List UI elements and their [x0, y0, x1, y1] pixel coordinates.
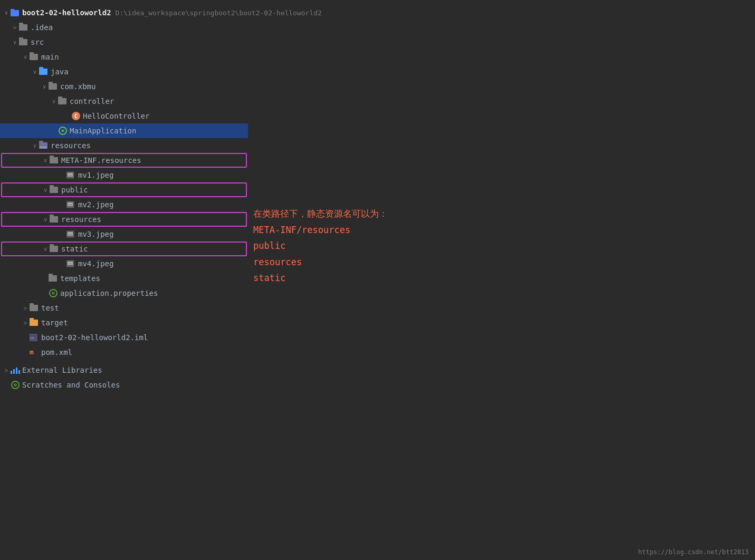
idea-label: .idea — [31, 23, 248, 32]
folder-icon-main — [30, 53, 39, 61]
folder-icon-idea — [19, 24, 28, 31]
scratches-icon — [11, 381, 20, 389]
tree-item-mv3[interactable]: JPG mv3.jpeg — [0, 227, 248, 242]
folder-icon-meta-inf — [50, 157, 59, 164]
svg-text:JPG: JPG — [68, 233, 72, 236]
folder-icon-controller — [58, 98, 68, 105]
folder-icon-static — [50, 245, 59, 253]
tree-item-hello-controller[interactable]: C HelloController — [0, 109, 248, 123]
svg-text:JPG: JPG — [68, 174, 72, 177]
arrow-static — [41, 246, 50, 253]
svg-text:IML: IML — [30, 336, 35, 340]
annotation-panel: 在类路径下，静态资源名可以为： META-INF/resources publi… — [253, 206, 388, 286]
arrow-ext-lib — [2, 367, 11, 374]
mv1-label: mv1.jpeg — [78, 171, 248, 179]
tree-item-app-props[interactable]: application.properties — [0, 286, 248, 301]
annotation-line5: static — [253, 270, 388, 286]
iml-label: boot2-02-helloworld2.iml — [41, 333, 248, 342]
tree-item-idea[interactable]: .idea — [0, 20, 248, 35]
tree-item-mv2[interactable]: JPG mv2.jpeg — [0, 197, 248, 212]
tree-item-static[interactable]: static — [1, 242, 247, 256]
root-label: boot2-02-helloworld2 — [22, 8, 111, 17]
tree-item-controller[interactable]: controller — [0, 94, 248, 109]
tree-item-pom[interactable]: m pom.xml — [0, 345, 248, 360]
xml-icon: m — [30, 349, 39, 356]
tree-item-public[interactable]: public — [1, 182, 247, 197]
folder-icon-target — [30, 319, 39, 326]
folder-icon-resources-main — [39, 142, 49, 149]
folder-icon-test — [30, 304, 39, 312]
tree-item-templates[interactable]: templates — [0, 271, 248, 286]
arrow-idea — [11, 24, 19, 31]
tree-item-test[interactable]: test — [0, 301, 248, 315]
folder-icon-public — [50, 186, 59, 194]
resources-sub-label: resources — [61, 215, 247, 224]
root-path: D:\idea_workspace\springboot2\boot2-02-h… — [116, 9, 322, 17]
com-xbmu-label: com.xbmu — [60, 82, 248, 91]
tree-item-mv4[interactable]: JPG mv4.jpeg — [0, 256, 248, 271]
svg-rect-1 — [11, 9, 14, 11]
iml-icon: IML — [30, 334, 39, 341]
annotation-line2: META-INF/resources — [253, 222, 388, 238]
arrow-main — [21, 54, 30, 61]
tree-item-main-application[interactable]: MainApplication — [0, 123, 248, 138]
pom-label: pom.xml — [41, 348, 248, 356]
tree-item-com-xbmu[interactable]: com.xbmu — [0, 79, 248, 94]
src-label: src — [31, 38, 248, 46]
tree-item-resources-sub[interactable]: resources — [1, 212, 247, 227]
arrow-controller — [50, 98, 58, 105]
arrow-meta-inf — [41, 157, 50, 164]
tree-item-ext-lib[interactable]: External Libraries — [0, 363, 248, 378]
arrow-resources-sub — [41, 216, 50, 223]
folder-icon-templates — [49, 275, 58, 282]
hello-controller-label: HelloController — [83, 112, 248, 120]
folder-icon-java — [39, 68, 49, 75]
folder-icon-com-xbmu — [49, 83, 58, 90]
arrow-test — [21, 305, 30, 312]
tree-item-java[interactable]: java — [0, 64, 248, 79]
ext-lib-label: External Libraries — [22, 366, 248, 374]
tree-item-iml[interactable]: IML boot2-02-helloworld2.iml — [0, 330, 248, 345]
main-application-label: MainApplication — [70, 127, 248, 135]
test-label: test — [41, 304, 248, 312]
file-tree: boot2-02-helloworld2 D:\idea_workspace\s… — [0, 0, 248, 560]
arrow-src — [11, 39, 19, 46]
mv3-label: mv3.jpeg — [78, 230, 248, 238]
mv4-label: mv4.jpeg — [78, 259, 248, 268]
scratches-label: Scratches and Consoles — [22, 381, 248, 389]
tree-item-mv1[interactable]: JPG mv1.jpeg — [0, 168, 248, 182]
annotation-line3: public — [253, 238, 388, 254]
props-icon — [49, 289, 58, 297]
mv2-label: mv2.jpeg — [78, 200, 248, 209]
jpeg-icon-mv1: JPG — [66, 171, 76, 179]
tree-item-resources-main[interactable]: resources — [0, 138, 248, 153]
static-label: static — [61, 245, 247, 253]
tree-item-scratches[interactable]: Scratches and Consoles — [0, 378, 248, 392]
svg-point-16 — [52, 292, 54, 294]
jpeg-icon-mv4: JPG — [66, 260, 76, 267]
tree-item-meta-inf[interactable]: META-INF.resources — [1, 153, 247, 168]
resources-main-label: resources — [51, 141, 248, 150]
tree-item-target[interactable]: target — [0, 315, 248, 330]
tree-item-main[interactable]: main — [0, 50, 248, 64]
svg-point-21 — [14, 384, 16, 386]
templates-label: templates — [60, 274, 248, 283]
folder-icon-src — [19, 38, 28, 46]
tree-item-src[interactable]: src — [0, 35, 248, 50]
tree-item-root[interactable]: boot2-02-helloworld2 D:\idea_workspace\s… — [0, 5, 248, 20]
annotation-line1: 在类路径下，静态资源名可以为： — [253, 206, 388, 222]
public-label: public — [61, 186, 247, 194]
target-label: target — [41, 318, 248, 327]
arrow-resources-main — [31, 142, 39, 149]
annotation-line4: resources — [253, 254, 388, 271]
folder-icon-resources-sub — [50, 216, 59, 223]
bar-chart-icon — [11, 366, 20, 374]
spring-icon-main — [58, 127, 68, 135]
footer-url: https://blog.csdn.net/btt2013 — [638, 548, 749, 556]
svg-text:JPG: JPG — [68, 204, 72, 206]
arrow-public — [41, 187, 50, 194]
arrow-com-xbmu — [40, 83, 49, 90]
app-props-label: application.properties — [60, 289, 248, 297]
arrow-root — [2, 9, 11, 16]
arrow-target — [21, 320, 30, 326]
